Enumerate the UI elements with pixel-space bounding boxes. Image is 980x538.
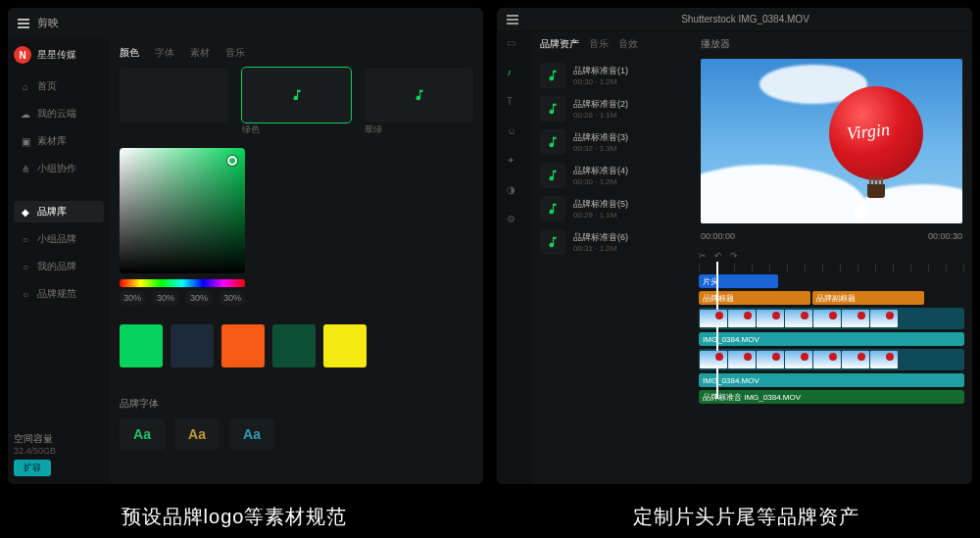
track-audio[interactable]: 品牌标准音 IMG_0384.MOV — [699, 390, 964, 404]
asset-thumb — [540, 229, 565, 255]
asset-text: 品牌标准音(6)00:31 · 1.2M — [573, 231, 683, 253]
track-title[interactable]: 品牌标题 品牌副标题 — [699, 291, 964, 305]
color-thumb[interactable] — [120, 68, 228, 122]
tab-music[interactable]: 音乐 — [225, 46, 245, 60]
swatch[interactable] — [171, 324, 214, 367]
time-current: 00:00:00 — [701, 231, 735, 241]
caption-right: 定制片头片尾等品牌资产 — [519, 504, 972, 530]
asset-name: 品牌标准音(1) — [573, 65, 683, 77]
sticker-icon[interactable]: ☺ — [507, 125, 522, 141]
font-chip[interactable]: Aa — [120, 418, 165, 450]
swatch[interactable] — [323, 324, 367, 367]
asset-row[interactable]: 品牌标准音(1)00:30 · 1.2M — [540, 59, 683, 92]
asset-panel: 品牌资产 音乐 音效 品牌标准音(1)00:30 · 1.2M品牌标准音(2)0… — [532, 31, 691, 484]
redo-icon[interactable]: ↷ — [730, 251, 738, 261]
video-preview[interactable]: Virgin — [701, 59, 962, 223]
asset-row[interactable]: 品牌标准音(4)00:30 · 1.2M — [540, 159, 683, 192]
home-icon: ⌂ — [20, 80, 31, 92]
asset-sub: 00:29 · 1.1M — [573, 211, 683, 220]
fx-icon[interactable]: ✦ — [507, 155, 522, 171]
asset-sub: 00:32 · 1.3M — [573, 144, 683, 153]
sidebar-item-brand[interactable]: ◆品牌库 — [14, 201, 104, 222]
cut-icon[interactable]: ✂ — [699, 251, 707, 261]
percent-input[interactable]: 30% — [220, 291, 245, 305]
sidebar-sub-1[interactable]: ○小组品牌 — [14, 228, 104, 250]
asset-tab[interactable]: 音效 — [618, 37, 638, 51]
clip[interactable] — [699, 349, 964, 370]
timeline-ruler[interactable] — [699, 264, 964, 271]
dot-icon: ○ — [20, 261, 31, 272]
tab-font[interactable]: 字体 — [155, 46, 174, 60]
clip[interactable]: 片头 — [699, 274, 778, 288]
asset-thumb — [540, 96, 565, 122]
cloud-icon: ☁ — [20, 108, 31, 120]
folder-icon: ▣ — [20, 135, 31, 147]
swatch[interactable] — [120, 324, 163, 367]
media-icon[interactable]: ▭ — [507, 37, 522, 53]
user-row[interactable]: N 星星传媒 — [14, 46, 104, 64]
percent-input[interactable]: 30% — [186, 291, 212, 305]
project-title: Shutterstock IMG_0384.MOV — [528, 14, 962, 24]
note-icon — [546, 135, 560, 149]
sidebar-item-assets[interactable]: ▣素材库 — [14, 130, 104, 152]
storage-detail: 32.4/50GB — [14, 446, 104, 456]
asset-name: 品牌标准音(2) — [573, 98, 683, 111]
track-intro[interactable]: 片头 — [699, 274, 964, 288]
menu-icon[interactable] — [18, 19, 29, 28]
asset-row[interactable]: 品牌标准音(2)00:28 · 1.1M — [540, 92, 683, 125]
asset-row[interactable]: 品牌标准音(6)00:31 · 1.2M — [540, 225, 683, 259]
asset-row[interactable]: 品牌标准音(5)00:29 · 1.1M — [540, 192, 683, 225]
sidebar-item-home[interactable]: ⌂首页 — [14, 75, 104, 97]
adjust-icon[interactable]: ⚙ — [507, 214, 522, 229]
swatch[interactable] — [221, 324, 265, 367]
brand-icon: ◆ — [20, 206, 31, 218]
percent-input[interactable]: 30% — [120, 291, 145, 305]
avatar: N — [14, 46, 31, 64]
asset-row[interactable]: 品牌标准音(3)00:32 · 1.3M — [540, 125, 683, 159]
sidebar-sub-3[interactable]: ○品牌规范 — [14, 283, 104, 305]
picker-handle[interactable] — [227, 156, 237, 166]
percent-input[interactable]: 30% — [153, 291, 178, 305]
sidebar-item-cloud[interactable]: ☁我的云端 — [14, 103, 104, 124]
clip[interactable]: 品牌标准音 IMG_0384.MOV — [699, 390, 964, 404]
track-video-2[interactable] — [699, 349, 964, 370]
sidebar-item-team[interactable]: ⋔小组协作 — [14, 158, 104, 179]
time-total: 00:00:30 — [928, 231, 962, 241]
track-video-1[interactable] — [699, 308, 964, 329]
tool-rail: ▭ ♪ T ☺ ✦ ◑ ⚙ — [497, 31, 532, 484]
percent-inputs: 30% 30% 30% 30% — [120, 291, 245, 305]
asset-name: 品牌标准音(4) — [573, 165, 683, 177]
hue-slider[interactable] — [120, 279, 245, 287]
asset-list: 品牌标准音(1)00:30 · 1.2M品牌标准音(2)00:28 · 1.1M… — [540, 59, 683, 259]
asset-name: 品牌标准音(5) — [573, 198, 683, 211]
tab-asset[interactable]: 素材 — [190, 46, 210, 60]
text-icon[interactable]: T — [507, 96, 522, 112]
asset-tab[interactable]: 音乐 — [589, 37, 609, 51]
audio-icon[interactable]: ♪ — [507, 67, 522, 82]
color-thumbs: 绿色 翠绿 — [120, 68, 473, 122]
color-thumb[interactable]: 绿色 — [242, 68, 351, 122]
color-thumb[interactable]: 翠绿 — [365, 68, 473, 122]
share-icon: ⋔ — [20, 163, 31, 174]
menu-icon[interactable] — [507, 15, 518, 24]
upgrade-chip[interactable]: 扩容 — [14, 460, 51, 476]
asset-sub: 00:31 · 1.2M — [573, 244, 683, 253]
filter-icon[interactable]: ◑ — [507, 184, 522, 200]
brand-spec-window: 剪映 N 星星传媒 ⌂首页 ☁我的云端 ▣素材库 ⋔小组协作 ◆品牌库 ○小组品… — [8, 8, 483, 484]
window-header: 剪映 — [8, 8, 483, 38]
swatch[interactable] — [272, 324, 316, 367]
font-chip[interactable]: Aa — [174, 418, 220, 450]
font-chip[interactable]: Aa — [229, 418, 274, 450]
thumb-label: 翠绿 — [365, 123, 382, 136]
undo-icon[interactable]: ↶ — [714, 251, 722, 261]
playhead[interactable] — [716, 262, 718, 399]
note-icon — [546, 169, 560, 182]
clip[interactable] — [699, 308, 964, 329]
font-section: 品牌字体 Aa Aa Aa — [120, 397, 473, 450]
saturation-box[interactable] — [120, 148, 245, 273]
asset-tab[interactable]: 品牌资产 — [540, 37, 579, 51]
asset-thumb — [540, 63, 565, 88]
clip[interactable]: 品牌副标题 — [812, 291, 924, 305]
tab-color[interactable]: 颜色 — [120, 46, 139, 60]
sidebar-sub-2[interactable]: ○我的品牌 — [14, 256, 104, 277]
